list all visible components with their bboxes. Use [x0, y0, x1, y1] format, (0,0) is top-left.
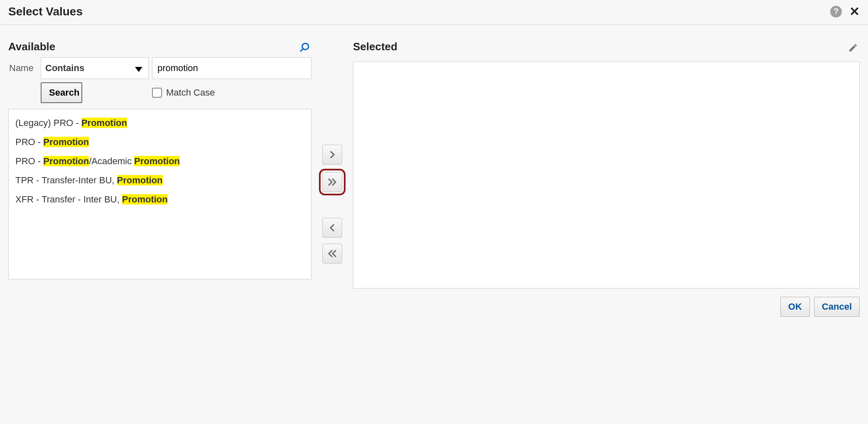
- search-action-row: Search Match Case: [8, 82, 311, 103]
- match-case-checkbox[interactable]: [152, 88, 162, 98]
- available-panel: Available Name Contains Search: [8, 32, 311, 288]
- close-icon[interactable]: ✕: [849, 4, 860, 19]
- cancel-button[interactable]: Cancel: [814, 297, 860, 317]
- edit-icon[interactable]: [848, 43, 858, 56]
- dialog-footer: OK Cancel: [0, 293, 868, 324]
- search-button[interactable]: Search: [41, 82, 82, 103]
- list-item[interactable]: PRO - Promotion: [14, 133, 306, 152]
- ok-button[interactable]: OK: [780, 297, 810, 317]
- highlight: Promotion: [122, 194, 168, 205]
- svg-line-1: [300, 49, 303, 52]
- available-panel-head: Available: [8, 32, 311, 56]
- svg-point-0: [302, 43, 309, 49]
- select-values-dialog: Select Values ? ✕ Available Name Contain…: [0, 0, 868, 324]
- search-term-input[interactable]: [152, 57, 311, 79]
- selected-panel: Selected: [353, 32, 860, 288]
- highlight: Promotion: [43, 156, 89, 166]
- move-left-button[interactable]: [322, 218, 342, 238]
- list-item[interactable]: XFR - Transfer - Inter BU, Promotion: [14, 190, 306, 209]
- selected-heading: Selected: [353, 40, 397, 53]
- search-icon[interactable]: [299, 42, 310, 56]
- move-all-right-button[interactable]: [322, 172, 342, 192]
- operator-dropdown[interactable]: Contains: [41, 57, 149, 79]
- move-right-button[interactable]: [322, 145, 342, 165]
- list-item[interactable]: TPR - Transfer-Inter BU, Promotion: [14, 171, 306, 190]
- list-item[interactable]: PRO - Promotion/Academic Promotion: [14, 152, 306, 171]
- operator-selected-value: Contains: [45, 63, 84, 74]
- match-case-wrap[interactable]: Match Case: [152, 87, 311, 98]
- highlight: Promotion: [81, 118, 127, 128]
- help-icon[interactable]: ?: [830, 6, 842, 17]
- search-criteria-row: Name Contains: [8, 57, 311, 79]
- highlight: Promotion: [134, 156, 180, 166]
- dialog-titlebar: Select Values ? ✕: [0, 0, 868, 25]
- highlight: Promotion: [117, 175, 163, 185]
- available-heading: Available: [8, 40, 55, 53]
- highlight: Promotion: [43, 137, 89, 147]
- move-all-right-highlight: [321, 170, 344, 194]
- move-all-left-button[interactable]: [322, 244, 342, 264]
- selected-panel-head: Selected: [353, 32, 860, 56]
- dialog-body: Available Name Contains Search: [0, 25, 868, 293]
- list-item[interactable]: (Legacy) PRO - Promotion: [14, 113, 306, 133]
- name-field-label: Name: [8, 63, 37, 74]
- selected-listbox[interactable]: [353, 62, 860, 288]
- available-listbox[interactable]: (Legacy) PRO - PromotionPRO - PromotionP…: [8, 109, 311, 279]
- shuttle-column: [311, 45, 353, 288]
- match-case-label: Match Case: [166, 87, 215, 98]
- dialog-title: Select Values: [8, 5, 830, 18]
